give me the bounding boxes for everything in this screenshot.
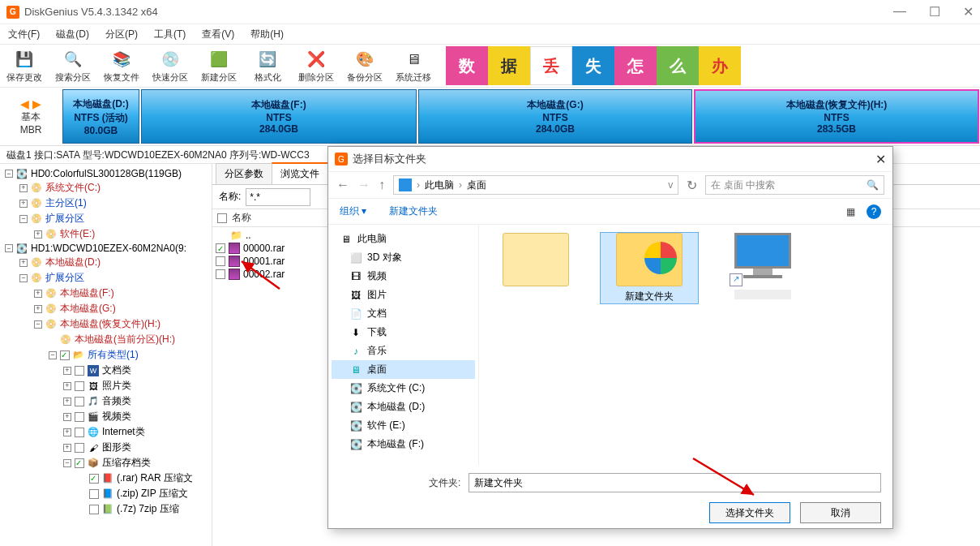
delete-partition-button[interactable]: ❌删除分区 (297, 48, 336, 84)
partition-g[interactable]: 本地磁盘(G:) NTFS 284.0GB (418, 89, 692, 144)
checkbox-icon[interactable] (60, 350, 70, 360)
side-drive-d[interactable]: 💽本地磁盘 (D:) (332, 398, 475, 416)
collapse-icon[interactable]: − (19, 215, 28, 223)
expand-icon[interactable]: + (19, 259, 28, 267)
nav-arrows[interactable]: ◀ ▶ (20, 97, 41, 110)
collapse-icon[interactable]: − (34, 320, 42, 329)
file-checkbox[interactable] (216, 269, 225, 279)
tree-7z[interactable]: 📗(.7z) 7zip 压缩 (2, 501, 210, 517)
side-image[interactable]: 🖼图片 (332, 286, 475, 304)
side-drive-c[interactable]: 💽系统文件 (C:) (332, 379, 475, 398)
tree-soft-e[interactable]: +📀软件(E:) (2, 226, 210, 242)
checkbox-icon[interactable] (89, 505, 99, 514)
expand-icon[interactable]: + (63, 444, 71, 452)
tree-zip[interactable]: −📦压缩存档类 (2, 455, 210, 471)
breadcrumb-pc[interactable]: 此电脑 (425, 178, 454, 192)
filter-input[interactable] (246, 188, 310, 206)
new-folder-button[interactable]: 新建文件夹 (389, 204, 438, 218)
file-checkbox[interactable] (216, 243, 225, 253)
tree-primary[interactable]: +📀主分区(1) (2, 196, 210, 211)
side-drive-e[interactable]: 💽软件 (E:) (332, 416, 475, 435)
desktop-item-3[interactable]: ↗ (714, 233, 811, 299)
checkbox-icon[interactable] (75, 381, 84, 391)
backup-partition-button[interactable]: 🎨备份分区 (345, 48, 384, 84)
select-folder-button[interactable]: 选择文件夹 (709, 502, 790, 523)
checkbox-icon[interactable] (75, 412, 84, 422)
folder-item-1[interactable] (487, 233, 584, 290)
fast-partition-button[interactable]: 💿快速分区 (151, 48, 190, 84)
dialog-close-button[interactable]: ✕ (875, 152, 886, 167)
expand-icon[interactable]: + (19, 200, 28, 208)
nav-forward-button[interactable]: → (357, 178, 370, 192)
side-video[interactable]: 🎞视频 (332, 267, 475, 286)
collapse-icon[interactable]: − (19, 274, 28, 282)
collapse-icon[interactable]: − (5, 244, 13, 252)
checkbox-icon[interactable] (89, 474, 99, 484)
search-partition-button[interactable]: 🔍搜索分区 (53, 48, 92, 84)
checkbox-icon[interactable] (75, 397, 84, 406)
tree-ext-1[interactable]: −📀扩展分区 (2, 270, 210, 286)
expand-icon[interactable]: + (63, 428, 71, 436)
tree-vid[interactable]: +🎬视频类 (2, 409, 210, 424)
save-button[interactable]: 💾保存更改 (5, 48, 44, 84)
tree-all-types[interactable]: −📂所有类型(1) (2, 347, 210, 363)
checkbox-icon[interactable] (75, 428, 84, 437)
side-3d[interactable]: ⬜3D 对象 (332, 248, 475, 267)
menu-tools[interactable]: 工具(T) (151, 26, 189, 43)
tree-ext-0[interactable]: −📀扩展分区 (2, 211, 210, 226)
collapse-icon[interactable]: − (49, 351, 57, 359)
side-doc[interactable]: 📄文档 (332, 304, 475, 323)
tree-pic[interactable]: +🖼照片类 (2, 378, 210, 393)
expand-icon[interactable]: + (19, 184, 28, 192)
address-bar[interactable]: › 此电脑 › 桌面 v (393, 175, 678, 195)
side-download[interactable]: ⬇下载 (332, 323, 475, 342)
tree-net[interactable]: +🌐Internet类 (2, 424, 210, 440)
side-desktop-selected[interactable]: 🖥桌面 (332, 360, 475, 379)
tree-hd0[interactable]: −💽HD0:ColorfulSL300128GB(119GB) (2, 167, 210, 180)
tree-zip2[interactable]: 📘(.zip) ZIP 压缩文 (2, 486, 210, 501)
select-all-checkbox[interactable] (217, 213, 227, 223)
side-pc[interactable]: 🖥此电脑 (332, 230, 475, 248)
partition-d[interactable]: 本地磁盘(D:) NTFS (活动) 80.0GB (62, 89, 139, 144)
tree-doc[interactable]: +W文档类 (2, 363, 210, 378)
file-checkbox[interactable] (216, 256, 225, 266)
collapse-icon[interactable]: − (63, 459, 71, 467)
migrate-button[interactable]: 🖥系统迁移 (394, 48, 433, 84)
expand-icon[interactable]: + (63, 413, 71, 421)
tree-g[interactable]: +📀本地磁盘(G:) (2, 301, 210, 316)
dialog-search-input[interactable]: 在 桌面 中搜索 🔍 (705, 175, 884, 195)
tree-h[interactable]: −📀本地磁盘(恢复文件)(H:) (2, 316, 210, 332)
nav-up-button[interactable]: ↑ (379, 178, 385, 192)
checkbox-icon[interactable] (89, 489, 99, 499)
menu-file[interactable]: 文件(F) (5, 26, 43, 43)
partition-h-selected[interactable]: 本地磁盘(恢复文件)(H:) NTFS 283.5GB (694, 89, 979, 144)
expand-icon[interactable]: + (63, 382, 71, 390)
checkbox-icon[interactable] (75, 366, 84, 376)
tree-h-current[interactable]: 📀本地磁盘(当前分区)(H:) (2, 332, 210, 347)
new-partition-button[interactable]: 🟩新建分区 (199, 48, 238, 84)
tab-browse-files[interactable]: 浏览文件 (272, 162, 328, 184)
folder-item-2-selected[interactable]: 新建文件夹 (601, 233, 698, 303)
tree-f[interactable]: +📀本地磁盘(F:) (2, 286, 210, 301)
menu-disk[interactable]: 磁盘(D) (53, 26, 92, 43)
tree-gfx[interactable]: +🖌图形类 (2, 440, 210, 455)
close-button[interactable]: ✕ (963, 4, 974, 19)
tree-rar[interactable]: 📕(.rar) RAR 压缩文 (2, 471, 210, 486)
expand-icon[interactable]: + (34, 230, 42, 239)
nav-back-button[interactable]: ← (336, 178, 349, 192)
menu-view[interactable]: 查看(V) (199, 26, 238, 43)
folder-field-input[interactable] (469, 473, 881, 492)
expand-icon[interactable]: + (34, 290, 42, 298)
menu-partition[interactable]: 分区(P) (102, 26, 141, 43)
view-mode-button[interactable]: ▦ (846, 206, 855, 217)
tree-d[interactable]: +📀本地磁盘(D:) (2, 255, 210, 270)
checkbox-icon[interactable] (75, 458, 84, 468)
checkbox-icon[interactable] (75, 443, 84, 453)
tab-partition-params[interactable]: 分区参数 (216, 163, 272, 184)
cancel-button[interactable]: 取消 (800, 502, 881, 523)
help-button[interactable]: ? (867, 204, 881, 219)
tree-hd1[interactable]: −💽HD1:WDCWD10EZEX-60M2NA0(9: (2, 242, 210, 255)
format-button[interactable]: 🔄格式化 (248, 48, 287, 84)
minimize-button[interactable]: — (893, 4, 906, 19)
side-music[interactable]: ♪音乐 (332, 342, 475, 360)
